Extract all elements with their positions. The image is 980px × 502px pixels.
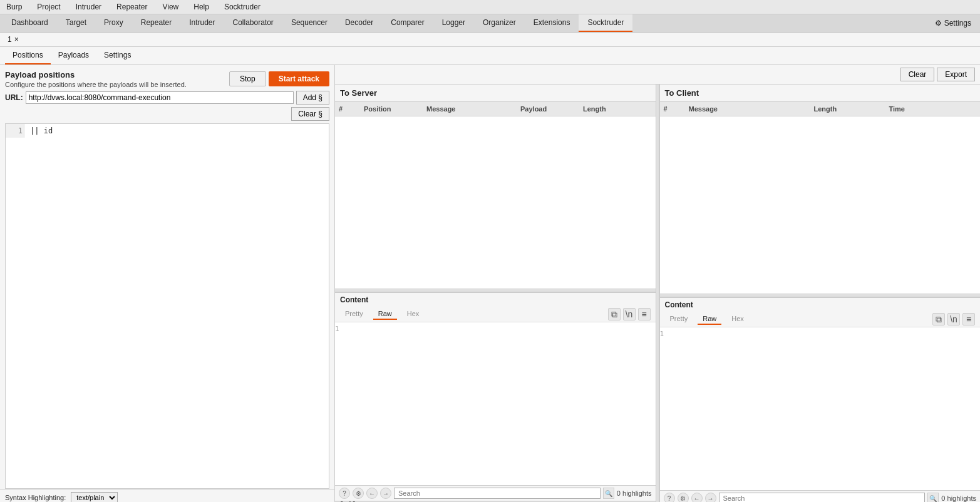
menu-intruder[interactable]: Intruder bbox=[72, 1, 105, 13]
client-highlights-label: 0 highlights bbox=[941, 494, 976, 502]
server-tab-hex[interactable]: Hex bbox=[402, 309, 425, 320]
main-layout: Payload positions Configure the position… bbox=[0, 65, 980, 502]
window-tabs: 1 × bbox=[0, 33, 980, 47]
syntax-row: Syntax Highlighting: text/plain bbox=[0, 489, 334, 502]
server-copy-icon[interactable]: ⧉ bbox=[608, 308, 621, 320]
menu-socktruder[interactable]: Socktruder bbox=[220, 1, 264, 13]
tab-decoder[interactable]: Decoder bbox=[336, 14, 382, 32]
sub-tab-settings[interactable]: Settings bbox=[96, 47, 138, 64]
tab-dashboard[interactable]: Dashboard bbox=[3, 14, 57, 32]
menu-view[interactable]: View bbox=[158, 1, 182, 13]
start-attack-button[interactable]: Start attack bbox=[269, 71, 329, 86]
client-settings-icon[interactable]: ⚙ bbox=[678, 493, 689, 502]
client-menu-icon[interactable]: ≡ bbox=[962, 313, 975, 325]
server-panel-title: To Server bbox=[335, 85, 656, 102]
client-col-hash: # bbox=[660, 104, 685, 114]
payload-editor[interactable]: 1 || id bbox=[5, 123, 329, 489]
tab-target[interactable]: Target bbox=[57, 14, 95, 32]
tab-bar: Dashboard Target Proxy Repeater Intruder… bbox=[0, 14, 980, 33]
server-settings-icon[interactable]: ⚙ bbox=[353, 488, 364, 499]
server-tab-raw[interactable]: Raw bbox=[373, 309, 397, 320]
server-newline-icon[interactable]: \n bbox=[623, 308, 636, 320]
client-panel-title: To Client bbox=[660, 85, 981, 102]
server-help-icon[interactable]: ? bbox=[339, 488, 350, 499]
client-panel: To Client # Message Length Time Content … bbox=[659, 85, 981, 502]
server-col-payload: Payload bbox=[517, 104, 579, 114]
tab-socktruder[interactable]: Socktruder bbox=[579, 14, 632, 32]
tab-proxy[interactable]: Proxy bbox=[95, 14, 132, 32]
tab-sequencer[interactable]: Sequencer bbox=[282, 14, 336, 32]
server-content-tabs: Pretty Raw Hex ⧉ \n ≡ bbox=[335, 307, 656, 322]
stop-button[interactable]: Stop bbox=[229, 71, 266, 86]
tab-extensions[interactable]: Extensions bbox=[525, 14, 579, 32]
tab-comparer[interactable]: Comparer bbox=[382, 14, 433, 32]
tab-logger[interactable]: Logger bbox=[433, 14, 474, 32]
client-next-icon[interactable]: → bbox=[705, 493, 716, 502]
menu-burp[interactable]: Burp bbox=[3, 1, 26, 13]
line-number-1: 1 bbox=[7, 126, 23, 135]
syntax-label: Syntax Highlighting: bbox=[5, 494, 66, 501]
server-highlights-label: 0 highlights bbox=[617, 489, 652, 497]
client-tab-pretty[interactable]: Pretty bbox=[665, 314, 693, 325]
sub-tab-positions[interactable]: Positions bbox=[5, 47, 51, 64]
client-tab-hex[interactable]: Hex bbox=[726, 314, 749, 325]
right-panels: Clear Export To Server # Position Messag… bbox=[335, 65, 980, 502]
settings-button[interactable]: ⚙ Settings bbox=[929, 14, 977, 32]
server-menu-icon[interactable]: ≡ bbox=[638, 308, 651, 320]
sub-tabs: Positions Payloads Settings bbox=[0, 47, 980, 65]
tab-collaborator[interactable]: Collaborator bbox=[224, 14, 282, 32]
server-tab-pretty[interactable]: Pretty bbox=[340, 309, 368, 320]
server-next-icon[interactable]: → bbox=[380, 488, 391, 499]
server-content-title: Content bbox=[335, 293, 656, 307]
client-newline-icon[interactable]: \n bbox=[947, 313, 960, 325]
client-search-input[interactable] bbox=[719, 493, 926, 502]
top-right-bar: Clear Export bbox=[335, 65, 980, 85]
add-section-button[interactable]: Add § bbox=[296, 91, 329, 105]
tab-intruder[interactable]: Intruder bbox=[180, 14, 224, 32]
menu-project[interactable]: Project bbox=[33, 1, 64, 13]
client-tab-raw[interactable]: Raw bbox=[698, 314, 721, 325]
payload-positions-header: Payload positions Configure the position… bbox=[5, 70, 187, 88]
server-content-section: Content Pretty Raw Hex ⧉ \n ≡ 1 bbox=[335, 292, 656, 502]
left-panel: Payload positions Configure the position… bbox=[0, 65, 335, 502]
payload-positions-description: Configure the positions where the payloa… bbox=[5, 81, 187, 88]
server-col-message: Message bbox=[423, 104, 517, 114]
client-col-message: Message bbox=[685, 104, 810, 114]
editor-text: || id bbox=[30, 126, 53, 135]
export-button[interactable]: Export bbox=[937, 68, 975, 81]
tab-repeater[interactable]: Repeater bbox=[132, 14, 180, 32]
client-content-icons: ⧉ \n ≡ bbox=[932, 313, 975, 325]
client-col-length: Length bbox=[810, 104, 885, 114]
server-content-editor[interactable]: 1 bbox=[335, 322, 656, 485]
client-help-icon[interactable]: ? bbox=[664, 493, 675, 502]
line-numbers: 1 bbox=[6, 124, 24, 138]
clear-section-button[interactable]: Clear § bbox=[291, 107, 329, 121]
sub-tab-payloads[interactable]: Payloads bbox=[51, 47, 96, 64]
client-search-go[interactable]: 🔍 bbox=[927, 493, 939, 502]
url-input[interactable] bbox=[26, 91, 294, 104]
client-content-editor[interactable]: 1 bbox=[660, 327, 981, 490]
menu-repeater[interactable]: Repeater bbox=[113, 1, 151, 13]
syntax-select[interactable]: text/plain bbox=[71, 492, 118, 502]
tab-organizer[interactable]: Organizer bbox=[474, 14, 525, 32]
server-search-go[interactable]: 🔍 bbox=[603, 488, 614, 499]
menu-help[interactable]: Help bbox=[190, 1, 213, 13]
server-col-position: Position bbox=[360, 104, 423, 114]
window-tab-1[interactable]: 1 × bbox=[3, 34, 24, 45]
server-prev-icon[interactable]: ← bbox=[366, 488, 378, 499]
editor-content[interactable]: || id bbox=[28, 124, 329, 138]
clear-button[interactable]: Clear bbox=[900, 68, 935, 81]
client-line-num: 1 bbox=[660, 330, 664, 338]
client-prev-icon[interactable]: ← bbox=[691, 493, 703, 502]
client-copy-icon[interactable]: ⧉ bbox=[932, 313, 945, 325]
server-table-header: # Position Message Payload Length bbox=[335, 102, 656, 116]
window-tab-label: 1 bbox=[8, 35, 12, 44]
client-content-tabs: Pretty Raw Hex ⧉ \n ≡ bbox=[660, 312, 981, 327]
url-label: URL: bbox=[5, 93, 23, 102]
server-search-input[interactable] bbox=[394, 488, 601, 499]
client-search-bar: ? ⚙ ← → 🔍 0 highlights bbox=[660, 490, 981, 502]
window-tab-close[interactable]: × bbox=[14, 35, 19, 44]
server-content-icons: ⧉ \n ≡ bbox=[608, 308, 651, 320]
panels-row: To Server # Position Message Payload Len… bbox=[335, 85, 980, 502]
client-col-time: Time bbox=[885, 104, 981, 114]
